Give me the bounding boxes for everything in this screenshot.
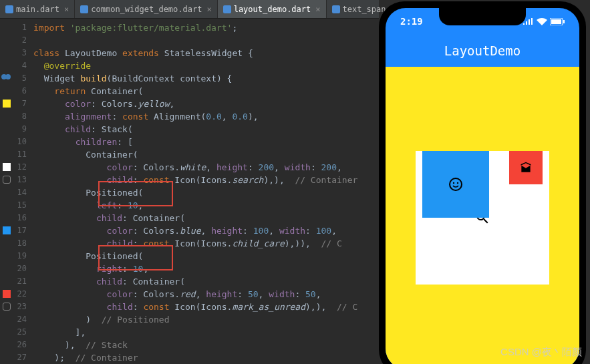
- code-area: 1234567891011121314151617181920212223242…: [0, 19, 379, 364]
- close-icon[interactable]: ×: [206, 5, 211, 14]
- app-title: LayoutDemo: [444, 43, 521, 58]
- app-body: [386, 67, 579, 364]
- blue-container: [422, 151, 489, 218]
- status-icons: [523, 18, 565, 25]
- tab-common-widget[interactable]: common_widget_demo.dart×: [75, 0, 217, 18]
- stack-widget: [416, 151, 549, 285]
- close-icon[interactable]: ×: [64, 5, 69, 14]
- editor-pane: main.dart× common_widget_demo.dart× layo…: [0, 0, 379, 364]
- svg-rect-1: [551, 19, 561, 24]
- line-gutter: 1234567891011121314151617181920212223242…: [0, 19, 33, 364]
- tab-layout-demo[interactable]: layout_demo.dart×: [218, 0, 327, 18]
- phone-notch: [439, 8, 526, 25]
- wifi-icon: [537, 18, 547, 25]
- watermark: CSDN @夜丶陌颜: [500, 346, 582, 359]
- mark-as-unread-icon: [519, 161, 533, 174]
- phone-screen: 2:19 LayoutDemo: [386, 8, 579, 364]
- dart-file-icon: [223, 5, 231, 13]
- dart-file-icon: [332, 5, 340, 13]
- red-container: [509, 151, 543, 184]
- tab-label: main.dart: [16, 5, 59, 14]
- highlight-box-1: [98, 181, 173, 206]
- tab-label: common_widget_demo.dart: [91, 5, 202, 14]
- svg-point-4: [453, 182, 454, 184]
- phone-simulator: 2:19 LayoutDemo: [379, 1, 586, 364]
- svg-point-3: [450, 178, 462, 190]
- dart-file-icon: [80, 5, 88, 13]
- highlight-box-2: [98, 245, 173, 270]
- app-bar: LayoutDemo: [386, 35, 579, 67]
- battery-icon: [550, 18, 565, 25]
- tab-label: layout_demo.dart: [234, 5, 311, 14]
- svg-point-5: [457, 182, 458, 184]
- dart-file-icon: [5, 5, 13, 13]
- status-time: 2:19: [400, 16, 423, 27]
- code-editor[interactable]: import 'package:flutter/material.dart'; …: [33, 19, 379, 364]
- tab-main[interactable]: main.dart×: [0, 0, 75, 18]
- ide-root: main.dart× common_widget_demo.dart× layo…: [0, 0, 590, 364]
- close-icon[interactable]: ×: [315, 5, 320, 14]
- editor-tabs: main.dart× common_widget_demo.dart× layo…: [0, 0, 379, 19]
- svg-rect-2: [563, 20, 565, 23]
- child-care-icon: [448, 176, 464, 192]
